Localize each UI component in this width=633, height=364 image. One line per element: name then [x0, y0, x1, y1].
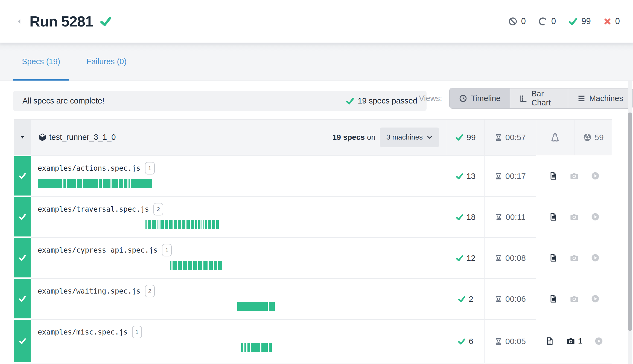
stdout-icon[interactable]: [549, 171, 558, 180]
hourglass-icon: [495, 213, 503, 221]
spec-passed-count: 13: [447, 155, 484, 196]
timeline-bar: [237, 302, 275, 311]
check-icon: [456, 254, 463, 262]
machines-view-button[interactable]: Machines: [568, 88, 632, 108]
video-play-icon[interactable]: [591, 171, 600, 180]
video-play-icon[interactable]: [591, 294, 600, 303]
views-label: Views:: [419, 94, 442, 103]
spec-row: examples/actions.spec.js 1 13 00:17: [14, 155, 612, 196]
bar-chart-view-button[interactable]: Bar Chart: [510, 88, 567, 108]
machine-badge: 1: [132, 326, 142, 338]
banner-message: All specs are complete!: [22, 96, 104, 105]
scrollbar-thumb[interactable]: [628, 113, 632, 331]
screenshot-count: 1: [578, 337, 582, 345]
browser-version: 59: [594, 133, 603, 142]
screenshots-icon[interactable]: [570, 294, 579, 303]
video-play-icon[interactable]: [591, 253, 600, 262]
screenshots-icon[interactable]: [570, 171, 579, 180]
hourglass-icon: [494, 133, 503, 141]
stdout-icon[interactable]: [549, 212, 558, 221]
linux-penguin-icon: [550, 132, 560, 142]
chevron-down-icon: [427, 134, 433, 140]
machine-badge: 1: [162, 244, 172, 256]
spec-duration: 00:06: [484, 278, 536, 319]
spec-name[interactable]: examples/traversal.spec.js: [38, 205, 149, 213]
passed-count: 99: [581, 16, 591, 26]
spec-status-passed: [14, 279, 31, 318]
views-switcher: Views: Timeline Bar Chart Machines: [419, 88, 633, 109]
skipped-count: 0: [521, 16, 526, 26]
collapse-group-button[interactable]: [14, 120, 31, 155]
spec-passed-count: 12: [447, 237, 484, 278]
spec-passed-count: 2: [447, 278, 484, 319]
stdout-icon[interactable]: [549, 253, 558, 262]
check-icon: [458, 338, 465, 345]
video-play-icon[interactable]: [591, 212, 600, 221]
machine-badge: 2: [153, 203, 163, 215]
timeline-bar: [145, 220, 219, 229]
chrome-icon: [583, 133, 592, 142]
screenshots-icon[interactable]: [570, 212, 579, 221]
check-icon: [458, 295, 465, 303]
spec-status-passed: [14, 320, 31, 362]
spec-status-passed: [14, 238, 31, 277]
spec-name[interactable]: examples/waiting.spec.js: [38, 287, 141, 295]
hourglass-icon: [494, 172, 503, 180]
vertical-scrollbar[interactable]: [628, 81, 632, 364]
spec-duration: 00:05: [484, 319, 536, 363]
cube-icon: [38, 133, 46, 141]
page-title: Run 5281: [30, 13, 93, 30]
run-header: Run 5281 0 0 99 0: [0, 0, 633, 43]
hourglass-icon: [494, 295, 503, 303]
run-passed-check-icon: [100, 16, 112, 27]
stdout-icon[interactable]: [545, 337, 554, 345]
group-title: test_runner_3_1_0: [38, 133, 116, 142]
spec-duration: 00:17: [484, 155, 536, 196]
tab-specs[interactable]: Specs (19): [13, 43, 69, 81]
group-passed-count: 99: [447, 120, 484, 155]
tab-failures[interactable]: Failures (0): [78, 43, 135, 81]
spec-status-passed: [14, 197, 31, 236]
os-column: [536, 120, 574, 155]
group-header-row: test_runner_3_1_0 19 specs on 3 machines…: [14, 120, 612, 155]
stdout-icon[interactable]: [549, 294, 558, 303]
spec-row: examples/waiting.spec.js 2 2 00:06: [14, 278, 612, 319]
video-play-icon[interactable]: [594, 337, 603, 345]
check-icon: [456, 134, 463, 141]
run-summary-stats: 0 0 99 0: [508, 16, 620, 26]
spec-name[interactable]: examples/cypress_api.spec.js: [38, 246, 157, 254]
pending-count: 0: [551, 16, 556, 26]
browser-column: 59: [574, 120, 612, 155]
screenshots-icon[interactable]: 1: [566, 336, 582, 346]
check-icon: [568, 17, 577, 26]
machines-dropdown[interactable]: 3 machines: [380, 128, 439, 147]
banner-passed-summary: 19 specs passed: [346, 96, 417, 105]
group-duration: 00:57: [484, 120, 536, 155]
timeline-bar: [241, 343, 272, 352]
partial-next-row: [14, 363, 612, 364]
machine-badge: 1: [145, 162, 155, 174]
clock-icon: [459, 94, 467, 102]
back-button[interactable]: [15, 16, 24, 27]
machines-icon: [577, 94, 585, 102]
x-icon: [603, 17, 611, 25]
spec-name[interactable]: examples/misc.spec.js: [38, 328, 128, 336]
check-icon: [456, 173, 463, 180]
timeline-view-button[interactable]: Timeline: [450, 88, 510, 108]
specs-table: test_runner_3_1_0 19 specs on 3 machines…: [14, 119, 612, 364]
pending-stat: 0: [538, 16, 556, 26]
ban-icon: [508, 17, 517, 26]
spec-name[interactable]: examples/actions.spec.js: [38, 164, 141, 172]
spec-duration: 00:11: [484, 196, 536, 237]
failed-count: 0: [615, 16, 620, 26]
skipped-stat: 0: [508, 16, 526, 26]
spec-duration: 00:08: [484, 237, 536, 278]
hourglass-icon: [494, 337, 503, 345]
check-icon: [346, 97, 354, 105]
check-icon: [456, 214, 463, 221]
passed-stat: 99: [568, 16, 591, 26]
spec-row: examples/cypress_api.spec.js 1 12 00:08: [14, 237, 612, 278]
bar-chart-icon: [520, 94, 527, 102]
timeline-bar: [170, 261, 222, 270]
screenshots-icon[interactable]: [570, 253, 579, 262]
